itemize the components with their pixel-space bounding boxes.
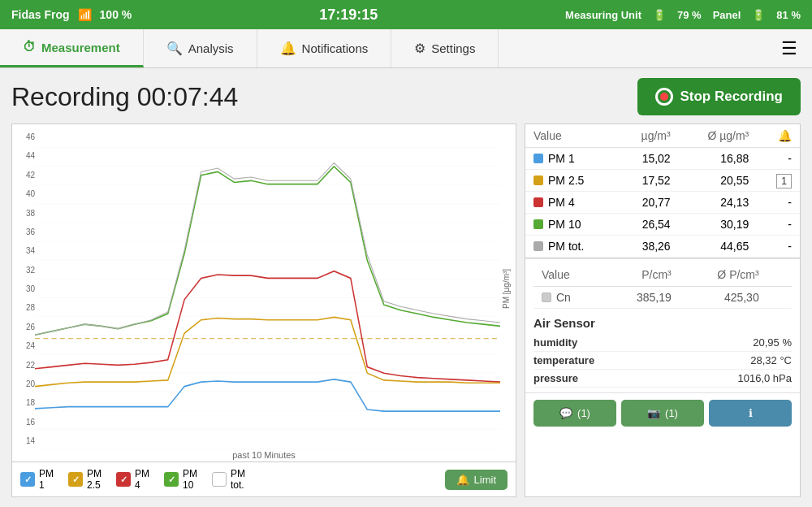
nav-notifications[interactable]: 🔔 Notifications — [257, 29, 392, 67]
nav-bar: ⏱ Measurement 🔍 Analysis 🔔 Notifications… — [0, 29, 812, 68]
th-unit1: µg/m³ — [616, 124, 678, 148]
comment-icon: 💬 — [559, 407, 572, 419]
y-label-46: 46 — [15, 132, 35, 141]
pm25-checkbox[interactable]: ✓ — [68, 472, 83, 487]
pm10-label: PM10 — [183, 468, 197, 491]
y-label-24: 24 — [15, 341, 35, 350]
top-bar: Fidas Frog 📶 100 % 17:19:15 Measuring Un… — [0, 0, 812, 29]
stop-recording-label: Stop Recording — [680, 89, 783, 105]
air-sensor-title: Air Sensor — [533, 316, 792, 330]
pm-table-row: PM 2.5 17,52 20,55 1 — [525, 170, 800, 192]
camera-count: (1) — [665, 407, 678, 419]
air-sensor-row: temperature28,32 °C — [533, 352, 792, 370]
limit-label: Limit — [474, 474, 496, 486]
cn-th-unit: P/cm³ — [603, 263, 680, 287]
y-label-30: 30 — [15, 284, 35, 293]
settings-icon: ⚙ — [414, 41, 425, 56]
nav-analysis[interactable]: 🔍 Analysis — [144, 29, 257, 67]
y-label-32: 32 — [15, 266, 35, 275]
pm1-label: PM1 — [39, 468, 54, 491]
y-label-20: 20 — [15, 379, 35, 388]
panel-label: Panel — [713, 9, 741, 21]
y-label-42: 42 — [15, 171, 35, 180]
legend-bar: ✓ PM1 ✓ PM2.5 ✓ PM4 ✓ PM10 PMtot. — [11, 462, 516, 497]
top-bar-left: Fidas Frog 📶 100 % — [11, 8, 132, 21]
svg-rect-2 — [35, 129, 500, 448]
cn-th-avg: Ø P/cm³ — [680, 263, 767, 287]
legend-pm4: ✓ PM4 — [116, 468, 149, 491]
pm-data-table: Value µg/m³ Ø µg/m³ 🔔 PM 1 15,02 16,88 -… — [525, 124, 800, 258]
cn-data-table: Value P/cm³ Ø P/cm³ Cn 385,19 425,30 — [533, 263, 792, 309]
th-bell: 🔔 — [757, 124, 800, 148]
nav-measurement[interactable]: ⏱ Measurement — [0, 29, 144, 67]
air-sensor-section: Air Sensor humidity20,95 %temperature28,… — [525, 311, 800, 392]
analysis-icon: 🔍 — [166, 41, 183, 56]
cn-section-divider: Value P/cm³ Ø P/cm³ Cn 385,19 425,30 — [525, 258, 800, 311]
nav-measurement-label: Measurement — [41, 41, 120, 54]
camera-icon: 📷 — [647, 407, 660, 419]
air-sensor-row: pressure1016,0 hPa — [533, 370, 792, 388]
legend-pmtot: PMtot. — [212, 468, 245, 491]
y-label-22: 22 — [15, 361, 35, 370]
info-button[interactable]: ℹ — [709, 400, 792, 427]
wifi-level: 100 % — [100, 8, 132, 21]
y-label-26: 26 — [15, 323, 35, 332]
hamburger-icon: ☰ — [781, 38, 797, 59]
measuring-unit-battery: 79 % — [677, 9, 702, 21]
chart-svg — [35, 129, 500, 448]
camera-button[interactable]: 📷 (1) — [621, 400, 704, 427]
chart-inner — [35, 129, 500, 448]
y-label-28: 28 — [15, 303, 35, 312]
nav-notifications-label: Notifications — [302, 41, 369, 55]
pm-table-row: PM 10 26,54 30,19 - — [525, 214, 800, 236]
pm1-checkbox[interactable]: ✓ — [20, 472, 35, 487]
measuring-unit-battery-icon: 🔋 — [653, 9, 666, 21]
recording-header: Recording 00:07:44 Stop Recording — [11, 78, 801, 115]
th-avg: Ø µg/m³ — [679, 124, 758, 148]
y-label-34: 34 — [15, 246, 35, 255]
y-label-18: 18 — [15, 398, 35, 407]
chart-with-axis: 46 44 42 40 38 36 34 32 30 28 26 24 22 2… — [15, 129, 512, 448]
measuring-unit-label: Measuring Unit — [565, 9, 641, 21]
y-label-40: 40 — [15, 189, 35, 198]
y-label-44: 44 — [15, 151, 35, 160]
bell-icon: 🔔 — [456, 474, 469, 486]
pmtot-label: PMtot. — [231, 468, 245, 491]
comment-button[interactable]: 💬 (1) — [533, 400, 616, 427]
comment-count: (1) — [577, 407, 590, 419]
pm4-label: PM4 — [135, 468, 149, 491]
stop-recording-button[interactable]: Stop Recording — [637, 78, 801, 115]
hamburger-menu[interactable]: ☰ — [767, 29, 812, 67]
panel-battery-icon: 🔋 — [752, 9, 765, 21]
recording-title: Recording 00:07:44 — [11, 82, 238, 112]
top-bar-right: Measuring Unit 🔋 79 % Panel 🔋 81 % — [565, 9, 801, 21]
device-name: Fidas Frog — [11, 8, 70, 21]
chart-x-label: past 10 Minutes — [15, 448, 512, 462]
y-axis-label: PM [µg/m³] — [500, 129, 512, 448]
th-value: Value — [525, 124, 616, 148]
data-section: 46 44 42 40 38 36 34 32 30 28 26 24 22 2… — [11, 124, 801, 497]
panel-battery: 81 % — [776, 9, 801, 21]
cn-th-empty — [767, 263, 792, 287]
pm-table-row: PM 1 15,02 16,88 - — [525, 148, 800, 170]
nav-analysis-label: Analysis — [188, 41, 234, 55]
limit-button[interactable]: 🔔 Limit — [445, 470, 508, 490]
cn-th-value: Value — [533, 263, 603, 287]
nav-settings[interactable]: ⚙ Settings — [391, 29, 499, 67]
notifications-icon: 🔔 — [280, 41, 296, 56]
legend-pm1: ✓ PM1 — [20, 468, 54, 491]
air-sensor-row: humidity20,95 % — [533, 334, 792, 352]
pm4-checkbox[interactable]: ✓ — [116, 472, 131, 487]
stop-icon — [655, 88, 673, 106]
info-icon: ℹ — [749, 407, 753, 419]
wifi-icon: 📶 — [78, 8, 92, 21]
pm10-checkbox[interactable]: ✓ — [164, 472, 179, 487]
y-label-38: 38 — [15, 209, 35, 218]
legend-pm10: ✓ PM10 — [164, 468, 197, 491]
pm-table-row: PM 4 20,77 24,13 - — [525, 192, 800, 214]
time-display: 17:19:15 — [319, 6, 378, 24]
chart-container: 46 44 42 40 38 36 34 32 30 28 26 24 22 2… — [11, 124, 516, 462]
air-sensor-rows: humidity20,95 %temperature28,32 °Cpressu… — [533, 334, 792, 388]
stop-dot — [660, 93, 668, 101]
pmtot-checkbox[interactable] — [212, 472, 227, 487]
